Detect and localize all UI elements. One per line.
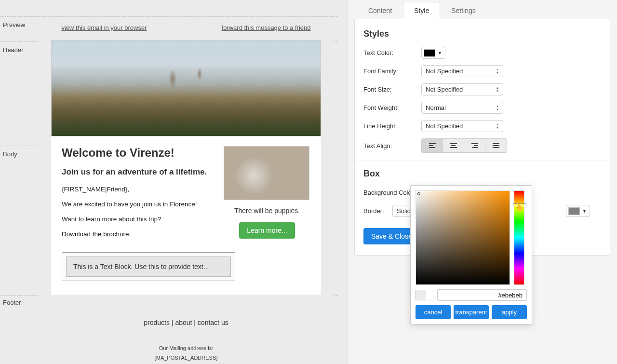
saturation-value-panel[interactable] (416, 190, 510, 285)
hero-image[interactable] (51, 40, 321, 136)
sv-handle[interactable] (417, 192, 420, 195)
line-height-label: Line Height: (363, 122, 421, 130)
tab-settings[interactable]: Settings (440, 2, 487, 19)
font-weight-label: Font Weight: (363, 104, 421, 111)
styles-heading: Styles (363, 29, 601, 39)
font-family-label: Font Family: (363, 67, 421, 75)
select-caret-icon (496, 105, 499, 111)
select-caret-icon (496, 68, 499, 74)
text-color-preview (424, 49, 435, 57)
brochure-link[interactable]: Download the brochure. (62, 230, 131, 238)
color-apply-button[interactable]: apply (492, 305, 527, 319)
email-greeting[interactable]: {FIRST_NAME|Friend}, (62, 186, 214, 193)
hue-slider[interactable]: 👆 (514, 190, 524, 285)
learn-more-button[interactable]: Learn more... (239, 222, 295, 239)
properties-tabs: Content Style Settings (357, 2, 617, 19)
footer-links[interactable]: products | about | contact us (51, 319, 321, 326)
line-height-value: Not Specified (426, 122, 463, 130)
text-block-content[interactable]: This is a Text Block. Use this to provid… (66, 256, 231, 277)
font-size-label: Font Size: (363, 86, 421, 93)
font-family-value: Not Specified (426, 67, 463, 75)
section-label-body: Body (3, 150, 17, 158)
text-color-swatch[interactable]: ▼ (421, 47, 445, 59)
align-right-button[interactable] (464, 139, 485, 152)
align-left-button[interactable] (422, 139, 443, 152)
side-caption[interactable]: There will be puppies. (224, 207, 310, 215)
email-heading[interactable]: Welcome to Virenze! (62, 146, 214, 160)
side-image[interactable] (224, 146, 309, 200)
email-subheading[interactable]: Join us for an adventure of a lifetime. (62, 167, 214, 177)
chevron-down-icon: ▼ (582, 209, 587, 214)
text-color-label: Text Color: (363, 49, 421, 56)
color-cancel-button[interactable]: cancel (416, 305, 451, 319)
color-transparent-button[interactable]: transparent (454, 305, 489, 319)
footer-area: products | about | contact us Our Mailin… (51, 295, 321, 364)
color-picker-popover: 👆 cancel transparent apply (410, 185, 532, 324)
text-block-selected[interactable]: This is a Text Block. Use this to provid… (62, 252, 235, 281)
align-justify-button[interactable] (485, 139, 507, 152)
view-in-browser-link[interactable]: view this email in your browser (62, 24, 147, 31)
select-caret-icon (496, 123, 499, 129)
footer-mailing-token: {MA_POSTAL_ADDRESS} (51, 353, 321, 363)
cursor-icon: 👆 (515, 203, 523, 211)
section-label-preview: Preview (3, 21, 25, 28)
align-center-button[interactable] (443, 139, 464, 152)
font-family-select[interactable]: Not Specified (421, 65, 503, 77)
font-weight-select[interactable]: Normal (421, 102, 503, 114)
hex-input[interactable] (437, 289, 527, 301)
chevron-down-icon: ▼ (438, 51, 442, 55)
tab-style[interactable]: Style (403, 2, 440, 19)
forward-to-friend-link[interactable]: forward this message to a friend (222, 24, 311, 31)
text-align-label: Text Align: (363, 142, 421, 149)
border-style-value: Solid (397, 207, 411, 215)
style-panel: Styles Text Color: ▼ Font Family: Not Sp… (354, 19, 610, 256)
font-size-select[interactable]: Not Specified (421, 83, 503, 95)
preview-bar: view this email in your browser forward … (39, 18, 334, 40)
border-color-swatch[interactable]: ▼ (566, 205, 590, 217)
email-paragraph-1[interactable]: We are excited to have you join us in Fl… (62, 201, 214, 208)
select-caret-icon (496, 86, 499, 93)
text-align-group (421, 138, 507, 153)
line-height-select[interactable]: Not Specified (421, 120, 503, 132)
section-label-header: Header (3, 46, 24, 54)
border-label: Border: (363, 207, 392, 215)
box-heading: Box (363, 169, 601, 179)
body-card: Welcome to Virenze! Join us for an adven… (51, 136, 321, 295)
font-size-value: Not Specified (426, 86, 463, 93)
tab-content[interactable]: Content (357, 2, 403, 19)
footer-mailing-label: Our Mailing address is: (51, 344, 321, 353)
border-color-preview (568, 207, 580, 215)
font-weight-value: Normal (426, 104, 446, 111)
email-paragraph-2[interactable]: Want to learn more about this trip? (62, 216, 214, 223)
section-label-footer: Footer (3, 299, 21, 306)
email-canvas: view this email in your browser forward … (39, 18, 334, 364)
color-preview (416, 290, 433, 300)
